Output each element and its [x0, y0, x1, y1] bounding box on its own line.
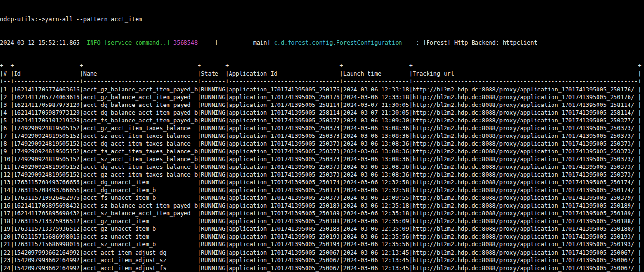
log-segment-fg: 2024-03-12 15:52:11.865 — [0, 39, 87, 46]
table-row: |19|1763115713375936512|acct_gz_unacct_i… — [0, 225, 644, 233]
log-segment-fg: --- [ main] — [198, 39, 274, 46]
log-segment-fg — [170, 39, 173, 46]
table-row: |20|1763115715686998016|acct_sz_unacct_i… — [0, 233, 644, 241]
table-row: |16|1621411705895698432|acct_sz_balance_… — [0, 202, 644, 210]
log-line: 2024-03-12 15:52:11.865 INFO [service-co… — [0, 39, 644, 46]
table-row: |3 |1621411705987973120|acct_dg_balance_… — [0, 101, 644, 109]
terminal-screen[interactable]: odcp-utils:->yarn-all --pattern acct_ite… — [0, 0, 644, 272]
table-row: |21|1763115715686998016|acct_sz_unacct_i… — [0, 241, 644, 248]
table-row: |24|1542097993662164992|acct_acct_item_a… — [0, 264, 644, 272]
table-row: |4 |1621411705987973120|acct_dg_balance_… — [0, 109, 644, 117]
table-row: |9 |1749290924819505152|acct_fs_acct_ite… — [0, 148, 644, 155]
table-row: |22|1542097993662164992|acct_acct_item_a… — [0, 249, 644, 257]
table-row: |2 |1621411705774063616|acct_gz_balance_… — [0, 93, 644, 101]
table-row: |6 |1749290924819505152|acct_gz_acct_ite… — [0, 124, 644, 132]
log-segment-magenta: 3568548 — [173, 39, 198, 46]
command-line: odcp-utils:->yarn-all --pattern acct_ite… — [0, 15, 644, 23]
table-row: |5 |1621411706101219328|acct_fs_balance_… — [0, 117, 644, 124]
table-row: |1 |1621411705774063616|acct_gz_balance_… — [0, 86, 644, 93]
table-row: |12|1749290924819505152|acct_gz_acct_ite… — [0, 171, 644, 179]
log-segment-green: [service-command,,] — [104, 39, 170, 46]
log-segment-fg: : [Forest] Http Backend: httpclient — [402, 39, 537, 46]
prompt: odcp-utils:-> — [0, 16, 45, 23]
log-segment-fg — [101, 39, 104, 46]
table-header-line: |# |Id |Name |State |Application Id |Lau… — [0, 70, 644, 77]
table-row: |7 |1749290924819505152|acct_sz_acct_ite… — [0, 132, 644, 140]
table-row: |13|1763115708493766656|acct_dg_unacct_i… — [0, 179, 644, 186]
table-row: |8 |1749290924819505152|acct_dg_acct_ite… — [0, 140, 644, 148]
table-row: |17|1621411705895698432|acct_sz_balance_… — [0, 210, 644, 217]
log-segment-green: INFO — [87, 39, 101, 46]
table-row: |23|1542097993662164992|acct_acct_item_a… — [0, 257, 644, 264]
yarn-applications-table: +--+-------------------+----------------… — [0, 62, 644, 272]
table-row: |11|1749290924819505152|acct_dg_acct_ite… — [0, 163, 644, 171]
table-border-line: +--+-------------------+----------------… — [0, 62, 644, 70]
log-segment-cyan: c.d.forest.config.ForestConfiguration — [274, 39, 402, 46]
command-text: yarn-all --pattern acct_item — [45, 16, 142, 23]
table-row: |15|1763115710926462976|acct_fs_unacct_i… — [0, 194, 644, 202]
table-border-line: +--+-------------------+----------------… — [0, 77, 644, 85]
table-row: |18|1763115713375936512|acct_gz_unacct_i… — [0, 217, 644, 225]
table-row: |10|1749290924819505152|acct_sz_acct_ite… — [0, 155, 644, 163]
table-row: |14|1763115708493766656|acct_dg_unacct_i… — [0, 186, 644, 194]
